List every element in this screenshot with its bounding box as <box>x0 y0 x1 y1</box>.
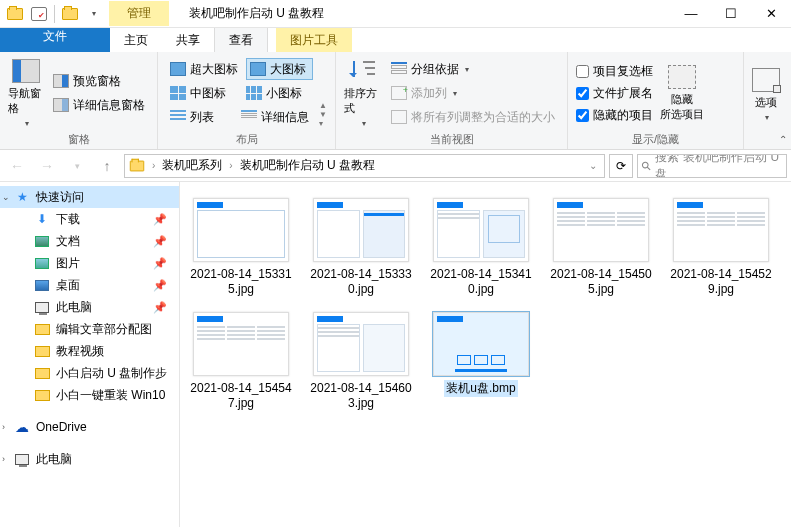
large-icons-button[interactable]: 大图标 <box>246 58 313 80</box>
file-thumbnail <box>433 312 529 376</box>
close-button[interactable]: ✕ <box>751 0 791 28</box>
nav-documents[interactable]: 文档📌 <box>0 230 179 252</box>
chevron-right-icon[interactable]: › <box>149 160 158 171</box>
navigation-pane: ⌄ ★ 快速访问 ⬇下载📌 文档📌 图片📌 桌面📌 此电脑📌 编辑文章部分配图 … <box>0 182 180 527</box>
details-pane-button[interactable]: 详细信息窗格 <box>49 94 149 116</box>
group-layout: 超大图标 大图标 中图标 小图标 列表 详细信息 ▲ ▼ ▾ 布局 <box>158 52 336 149</box>
file-thumbnail <box>673 198 769 262</box>
nav-desktop[interactable]: 桌面📌 <box>0 274 179 296</box>
group-label-layout: 布局 <box>166 130 327 147</box>
qat-dropdown-icon[interactable]: ▾ <box>83 3 105 25</box>
file-extensions-checkbox[interactable]: 文件扩展名 <box>576 83 653 103</box>
file-item[interactable]: 2021-08-14_154603.jpg <box>306 312 416 412</box>
maximize-button[interactable]: ☐ <box>711 0 751 28</box>
file-item[interactable]: 2021-08-14_154505.jpg <box>546 198 656 298</box>
preview-pane-button[interactable]: 预览窗格 <box>49 70 149 92</box>
options-button[interactable]: 选项 ▾ <box>752 56 780 133</box>
folder-icon[interactable] <box>4 3 26 25</box>
star-icon: ★ <box>14 190 30 204</box>
nav-quick-access[interactable]: ⌄ ★ 快速访问 <box>0 186 179 208</box>
forward-button[interactable]: → <box>34 153 60 179</box>
properties-icon[interactable]: ✔ <box>28 3 50 25</box>
main-area: ⌄ ★ 快速访问 ⬇下载📌 文档📌 图片📌 桌面📌 此电脑📌 编辑文章部分配图 … <box>0 182 791 527</box>
nav-folder[interactable]: 小白一键重装 Win10 <box>0 384 179 406</box>
file-thumbnail <box>193 198 289 262</box>
breadcrumb-item[interactable]: 装机吧系列 <box>162 157 222 174</box>
folder-icon <box>34 344 50 358</box>
ribbon-collapse-icon[interactable]: ⌃ <box>779 134 787 145</box>
chevron-right-icon[interactable]: › <box>2 422 5 432</box>
nav-pictures[interactable]: 图片📌 <box>0 252 179 274</box>
pin-icon: 📌 <box>153 279 167 292</box>
nav-this-pc[interactable]: 此电脑📌 <box>0 296 179 318</box>
file-name: 2021-08-14_154547.jpg <box>186 380 296 412</box>
pin-icon: 📌 <box>153 235 167 248</box>
list-button[interactable]: 列表 <box>166 106 233 128</box>
file-item[interactable]: 2021-08-14_154529.jpg <box>666 198 776 298</box>
file-item[interactable]: 2021-08-14_153410.jpg <box>426 198 536 298</box>
file-thumbnail <box>433 198 529 262</box>
file-item[interactable]: 2021-08-14_153315.jpg <box>186 198 296 298</box>
address-dropdown-icon[interactable]: ⌄ <box>586 160 600 171</box>
address-bar: ← → ▾ ↑ › 装机吧系列 › 装机吧制作启动 U 盘教程 ⌄ ⟳ ⚲ 搜索… <box>0 150 791 182</box>
navigation-pane-button[interactable]: 导航窗格 ▾ <box>8 56 43 130</box>
tab-picture-tools[interactable]: 图片工具 <box>276 28 352 52</box>
sort-by-button[interactable]: 排序方式 ▾ <box>344 56 381 130</box>
file-item[interactable]: 2021-08-14_154547.jpg <box>186 312 296 412</box>
tab-file[interactable]: 文件 <box>0 28 110 52</box>
file-name: 2021-08-14_154529.jpg <box>666 266 776 298</box>
quick-access-toolbar: ✔ ▾ <box>0 3 109 25</box>
nav-this-pc-root[interactable]: ›此电脑 <box>0 448 179 470</box>
nav-folder[interactable]: 小白启动 U 盘制作步 <box>0 362 179 384</box>
hidden-items-checkbox[interactable]: 隐藏的项目 <box>576 105 653 125</box>
new-folder-icon[interactable] <box>59 3 81 25</box>
back-button[interactable]: ← <box>4 153 30 179</box>
medium-icons-button[interactable]: 中图标 <box>166 82 238 104</box>
minimize-button[interactable]: — <box>671 0 711 28</box>
file-item[interactable]: 2021-08-14_153330.jpg <box>306 198 416 298</box>
size-columns-button[interactable]: 将所有列调整为合适的大小 <box>387 106 559 128</box>
search-box[interactable]: ⚲ 搜索"装机吧制作启动 U 盘 <box>637 154 787 178</box>
add-columns-button[interactable]: +添加列▾ <box>387 82 559 104</box>
file-thumbnail <box>193 312 289 376</box>
pc-icon <box>34 300 50 314</box>
folder-icon <box>130 160 144 171</box>
layout-scroll-down-icon[interactable]: ▼ <box>319 110 327 119</box>
nav-folder[interactable]: 教程视频 <box>0 340 179 362</box>
pictures-icon <box>34 256 50 270</box>
layout-more-icon[interactable]: ▾ <box>319 119 327 128</box>
details-button[interactable]: 详细信息 <box>237 106 313 128</box>
tab-view[interactable]: 查看 <box>214 28 268 52</box>
chevron-right-icon[interactable]: › <box>226 160 235 171</box>
small-icons-button[interactable]: 小图标 <box>242 82 314 104</box>
tab-home[interactable]: 主页 <box>110 28 162 52</box>
file-name: 2021-08-14_153410.jpg <box>426 266 536 298</box>
tab-share[interactable]: 共享 <box>162 28 214 52</box>
file-name: 2021-08-14_154505.jpg <box>546 266 656 298</box>
folder-icon <box>34 388 50 402</box>
item-checkboxes-checkbox[interactable]: 项目复选框 <box>576 61 653 81</box>
nav-downloads[interactable]: ⬇下载📌 <box>0 208 179 230</box>
chevron-down-icon[interactable]: ⌄ <box>2 192 10 202</box>
file-item[interactable]: 装机u盘.bmp <box>426 312 536 412</box>
group-label-show-hide: 显示/隐藏 <box>576 130 735 147</box>
nav-onedrive[interactable]: ›☁OneDrive <box>0 416 179 438</box>
nav-folder[interactable]: 编辑文章部分配图 <box>0 318 179 340</box>
group-show-hide: 项目复选框 文件扩展名 隐藏的项目 隐藏 所选项目 显示/隐藏 <box>568 52 744 149</box>
file-list[interactable]: 2021-08-14_153315.jpg2021-08-14_153330.j… <box>180 182 791 527</box>
recent-locations-button[interactable]: ▾ <box>64 153 90 179</box>
layout-scroll-up-icon[interactable]: ▲ <box>319 101 327 110</box>
group-by-button[interactable]: 分组依据▾ <box>387 58 559 80</box>
hide-selected-button[interactable]: 隐藏 所选项目 <box>659 56 705 130</box>
up-button[interactable]: ↑ <box>94 153 120 179</box>
address-box[interactable]: › 装机吧系列 › 装机吧制作启动 U 盘教程 ⌄ <box>124 154 605 178</box>
folder-icon <box>34 322 50 336</box>
breadcrumb-item[interactable]: 装机吧制作启动 U 盘教程 <box>240 157 375 174</box>
pc-icon <box>14 452 30 466</box>
refresh-button[interactable]: ⟳ <box>609 154 633 178</box>
chevron-right-icon[interactable]: › <box>2 454 5 464</box>
file-name: 2021-08-14_154603.jpg <box>306 380 416 412</box>
title-bar: ✔ ▾ 管理 装机吧制作启动 U 盘教程 — ☐ ✕ <box>0 0 791 28</box>
extra-large-icons-button[interactable]: 超大图标 <box>166 58 242 80</box>
pin-icon: 📌 <box>153 301 167 314</box>
